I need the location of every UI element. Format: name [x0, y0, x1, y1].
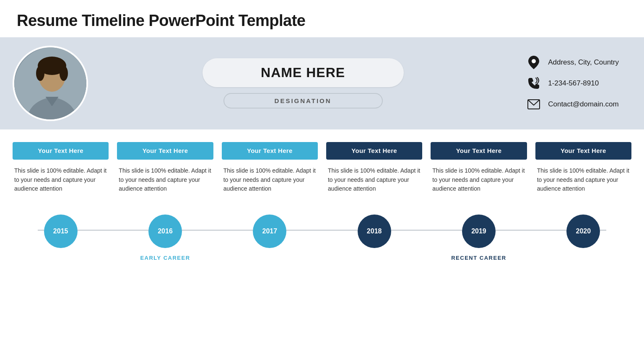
year-circle-4: 2018: [358, 215, 391, 248]
year-text-3: 2017: [262, 228, 278, 235]
avatar-svg: [14, 47, 86, 119]
year-circle-3: 2017: [253, 215, 286, 248]
timeline-col-6: Your Text Here This slide is 100% editab…: [531, 142, 636, 194]
designation-text: DESIGNATION: [245, 97, 361, 104]
col-body-5: This slide is 100% editable. Adapt it to…: [431, 166, 527, 194]
year-col-3: 2017: [218, 215, 322, 253]
col-header-text-4: Your Text Here: [351, 147, 397, 154]
contact-area: Address, City, Country 1-234-567-8910: [526, 55, 619, 112]
timeline-col-5: Your Text Here This slide is 100% editab…: [426, 142, 531, 194]
timeline-col-3: Your Text Here This slide is 100% editab…: [218, 142, 322, 194]
year-label-2: EARLY CAREER: [140, 255, 190, 261]
year-col-5: 2019 RECENT CAREER: [426, 215, 531, 261]
year-col-2: 2016 EARLY CAREER: [113, 215, 217, 261]
phone-icon: [526, 76, 541, 91]
contact-email: Contact@domain.com: [526, 97, 619, 112]
col-header-text-1: Your Text Here: [38, 147, 83, 154]
address-text: Address, City, Country: [548, 58, 619, 67]
col-header-2: Your Text Here: [117, 142, 213, 160]
timeline-col-1: Your Text Here This slide is 100% editab…: [8, 142, 113, 194]
col-body-4: This slide is 100% editable. Adapt it to…: [326, 166, 422, 194]
year-circle-2: 2016: [148, 215, 182, 248]
timeline-bottom: 2015 2016 EARLY CAREER 2017 2018 2019 RE…: [0, 202, 644, 265]
year-circle-5: 2019: [462, 215, 496, 248]
name-text: NAME HERE: [228, 65, 379, 80]
year-label-5: RECENT CAREER: [451, 255, 506, 261]
timeline-col-4: Your Text Here This slide is 100% editab…: [322, 142, 426, 194]
col-header-text-2: Your Text Here: [143, 147, 188, 154]
col-header-6: Your Text Here: [535, 142, 631, 160]
contact-address: Address, City, Country: [526, 55, 619, 70]
location-icon: [526, 55, 541, 70]
col-body-6: This slide is 100% editable. Adapt it to…: [535, 166, 631, 194]
year-circle-1: 2015: [44, 215, 78, 248]
year-text-1: 2015: [53, 228, 68, 235]
designation-badge: DESIGNATION: [223, 93, 383, 109]
page-title: Resume Timeline PowerPoint Template: [0, 0, 644, 37]
timeline-section: Your Text Here This slide is 100% editab…: [0, 129, 644, 194]
year-text-2: 2016: [158, 228, 173, 235]
col-header-text-5: Your Text Here: [456, 147, 502, 154]
col-header-text-3: Your Text Here: [247, 147, 293, 154]
svg-point-3: [36, 66, 44, 81]
header-section: NAME HERE DESIGNATION Address, City, Cou…: [0, 37, 644, 129]
svg-point-5: [532, 59, 536, 63]
phone-text: 1-234-567-8910: [548, 79, 599, 88]
contact-phone: 1-234-567-8910: [526, 76, 619, 91]
timeline-col-2: Your Text Here This slide is 100% editab…: [113, 142, 217, 194]
email-text: Contact@domain.com: [548, 100, 618, 109]
name-badge: NAME HERE: [203, 58, 404, 87]
timeline-columns: Your Text Here This slide is 100% editab…: [8, 142, 636, 194]
year-col-4: 2018: [322, 215, 426, 253]
svg-point-4: [60, 66, 68, 81]
col-body-3: This slide is 100% editable. Adapt it to…: [222, 166, 318, 194]
col-header-3: Your Text Here: [222, 142, 318, 160]
year-col-6: 2020: [531, 215, 636, 253]
col-header-1: Your Text Here: [13, 142, 109, 160]
col-body-1: This slide is 100% editable. Adapt it to…: [13, 166, 109, 194]
year-col-1: 2015: [8, 215, 113, 253]
avatar: [13, 46, 88, 121]
year-text-5: 2019: [471, 228, 486, 235]
col-header-text-6: Your Text Here: [561, 147, 606, 154]
year-circle-6: 2020: [566, 215, 600, 248]
col-header-4: Your Text Here: [326, 142, 422, 160]
col-body-2: This slide is 100% editable. Adapt it to…: [117, 166, 213, 194]
col-header-5: Your Text Here: [431, 142, 527, 160]
email-icon: [526, 97, 541, 112]
year-text-4: 2018: [367, 228, 382, 235]
name-area: NAME HERE DESIGNATION: [105, 58, 501, 109]
year-text-6: 2020: [576, 228, 591, 235]
